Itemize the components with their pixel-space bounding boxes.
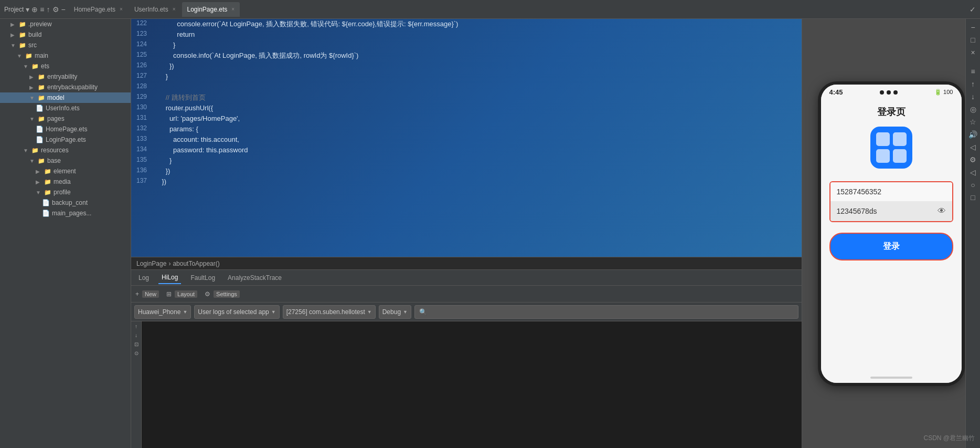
add-icon[interactable]: + xyxy=(135,290,139,298)
sidebar-item-build[interactable]: ▶ 📁 build xyxy=(0,29,131,40)
level-dropdown[interactable]: Debug ▼ xyxy=(379,305,411,319)
sync-icon[interactable]: ⊕ xyxy=(31,5,38,14)
tab-loginpage-close[interactable]: × xyxy=(231,6,235,12)
scroll-up-icon[interactable]: ↑ xyxy=(135,324,137,329)
volume-icon[interactable]: 🔊 xyxy=(968,130,977,139)
line-number: 134 xyxy=(131,145,152,155)
minus-icon[interactable]: − xyxy=(61,5,66,14)
layout-icon[interactable]: ⊞ xyxy=(166,290,172,298)
code-line-135: 135 } xyxy=(131,155,802,166)
location-icon[interactable]: ☆ xyxy=(970,118,976,126)
layout-btn[interactable]: Layout xyxy=(175,290,197,298)
sidebar-item-userinfo[interactable]: 📄 UserInfo.ets xyxy=(0,103,131,113)
log-tab-hilog[interactable]: HiLog xyxy=(158,272,181,284)
line-number: 135 xyxy=(131,155,152,166)
sidebar-item-label: ets xyxy=(41,62,49,70)
tab-userinfo-label: UserInfo.ets xyxy=(134,6,168,13)
tab-userinfo[interactable]: UserInfo.ets × xyxy=(129,2,181,17)
sidebar-item-model[interactable]: ▼ 📁 model xyxy=(0,92,131,103)
tab-bar: HomePage.ets × UserInfo.ets × LoginPage.… xyxy=(69,2,966,17)
sidebar-item-ets[interactable]: ▼ 📁 ets xyxy=(0,61,131,71)
right-panel-icons: − □ × ≡ ↑ ↓ ◎ ☆ 🔊 ◁ ⚙ ◁ ○ □ xyxy=(965,19,980,448)
process-dropdown[interactable]: [27256] com.suben.hellotest ▼ xyxy=(283,305,376,319)
line-content: // 跳转到首页 xyxy=(152,92,802,103)
sidebar-scroll[interactable]: ▶ 📁 .preview ▶ 📁 build ▼ 📁 src ▼ 📁 main … xyxy=(0,19,131,448)
eye-icon[interactable]: 👁 xyxy=(938,206,946,216)
sidebar-item-loginpage[interactable]: 📄 LoginPage.ets xyxy=(0,134,131,145)
new-badge[interactable]: New xyxy=(142,290,159,298)
arrow-icon: ▶ xyxy=(36,179,42,185)
back-icon[interactable]: ◁ xyxy=(970,143,976,151)
settings-gear-icon[interactable]: ⚙ xyxy=(52,5,59,14)
project-dropdown-icon[interactable]: ▾ xyxy=(26,5,29,14)
sidebar-item-main[interactable]: ▼ 📁 main xyxy=(0,50,131,61)
log-content[interactable] xyxy=(142,321,802,448)
up-icon[interactable]: ↑ xyxy=(47,5,50,14)
sidebar-item-pages[interactable]: ▼ 📁 pages xyxy=(0,113,131,124)
rotate-icon[interactable]: ◎ xyxy=(970,105,976,113)
sidebar-item-label: entryability xyxy=(47,73,77,80)
log-search-input[interactable] xyxy=(414,305,798,319)
tab-loginpage[interactable]: LoginPage.ets × xyxy=(182,2,240,17)
sidebar-item-entryability[interactable]: ▶ 📁 entryability xyxy=(0,71,131,82)
device-dropdown[interactable]: Huawei_Phone ▼ xyxy=(134,305,191,319)
skip-icon[interactable]: ◁ xyxy=(970,168,976,176)
phone-status-bar: 4:45 🔋 100 xyxy=(821,85,962,100)
up-arrow-icon[interactable]: ↑ xyxy=(971,80,975,88)
line-content: return xyxy=(152,29,802,40)
code-line-136: 136 }) xyxy=(131,166,802,176)
tab-homepage-close[interactable]: × xyxy=(120,6,123,12)
line-content: params: { xyxy=(152,124,802,134)
log-tab-log[interactable]: Log xyxy=(135,272,152,284)
sidebar-item-media[interactable]: ▶ 📁 media xyxy=(0,176,131,187)
signal-dot-3 xyxy=(893,90,898,95)
sidebar: ▶ 📁 .preview ▶ 📁 build ▼ 📁 src ▼ 📁 main … xyxy=(0,19,131,448)
circle-icon[interactable]: ○ xyxy=(971,181,975,189)
sidebar-item-base[interactable]: ▼ 📁 base xyxy=(0,155,131,166)
sidebar-item-preview[interactable]: ▶ 📁 .preview xyxy=(0,19,131,29)
scroll-down-icon[interactable]: ↓ xyxy=(135,332,137,338)
breadcrumb-file: LoginPage xyxy=(136,260,166,267)
arrow-icon: ▼ xyxy=(17,53,23,59)
phone-page-title: 登录页 xyxy=(877,106,906,118)
gear-icon[interactable]: ⚙ xyxy=(970,155,976,164)
code-line-128: 128 xyxy=(131,82,802,92)
line-number: 126 xyxy=(131,61,152,71)
tab-homepage[interactable]: HomePage.ets × xyxy=(69,2,128,17)
phone-screen: 登录页 15287456352 xyxy=(821,100,962,372)
sidebar-item-element[interactable]: ▶ 📁 element xyxy=(0,166,131,176)
line-number: 125 xyxy=(131,50,152,61)
sidebar-item-homepage[interactable]: 📄 HomePage.ets xyxy=(0,124,131,134)
list-icon[interactable]: ≡ xyxy=(40,5,44,14)
line-content: } xyxy=(152,155,802,166)
editor-scroll[interactable]: 122 console.error(`At LoginPage, 插入数据失败,… xyxy=(131,19,802,257)
code-line-129: 129 // 跳转到首页 xyxy=(131,92,802,103)
phone-login-button[interactable]: 登录 xyxy=(829,233,953,261)
filter-icon[interactable]: ⊙ xyxy=(134,350,139,356)
sidebar-item-resources[interactable]: ▼ 📁 resources xyxy=(0,145,131,155)
logtype-dropdown[interactable]: User logs of selected app ▼ xyxy=(194,305,279,319)
device-label: Huawei_Phone xyxy=(138,308,180,316)
down-arrow-icon[interactable]: ↓ xyxy=(971,92,975,101)
phone-bottom-bar xyxy=(821,372,962,383)
log-tab-faultlog[interactable]: FaultLog xyxy=(187,272,218,284)
menu-icon[interactable]: ≡ xyxy=(971,67,975,76)
tab-userinfo-close[interactable]: × xyxy=(173,6,176,12)
checkmark-icon[interactable]: ✓ xyxy=(970,5,976,14)
sidebar-item-main-pages[interactable]: 📄 main_pages... xyxy=(0,208,131,218)
settings-btn[interactable]: Settings xyxy=(214,290,240,298)
sidebar-item-profile[interactable]: ▼ 📁 profile xyxy=(0,187,131,197)
minimize-icon[interactable]: − xyxy=(971,23,975,32)
sidebar-item-backup-conf[interactable]: 📄 backup_cont xyxy=(0,197,131,208)
maximize-icon[interactable]: □ xyxy=(971,36,975,44)
line-content: password: this.password xyxy=(152,145,802,155)
close-icon[interactable]: × xyxy=(971,48,975,57)
sidebar-item-entrybackup[interactable]: ▶ 📁 entrybackupability xyxy=(0,82,131,92)
log-tab-analyze[interactable]: AnalyzeStackTrace xyxy=(225,272,285,284)
square-icon[interactable]: □ xyxy=(971,193,975,202)
sidebar-item-src[interactable]: ▼ 📁 src xyxy=(0,40,131,50)
app-icon-sq1 xyxy=(876,132,890,146)
settings-icon[interactable]: ⚙ xyxy=(205,290,210,298)
watermark: CSDN @君兰幽竹 xyxy=(923,434,975,443)
clear-icon[interactable]: ⊡ xyxy=(134,341,139,347)
